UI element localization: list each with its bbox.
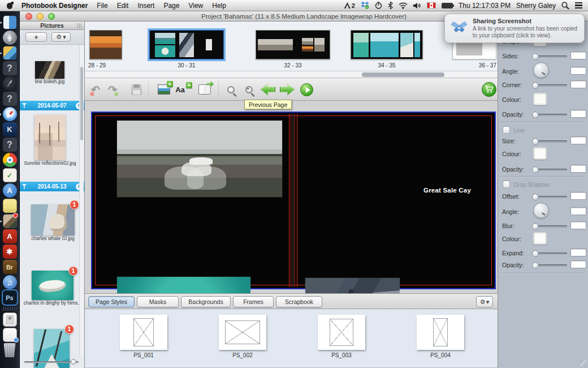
missing-app-dock-icon[interactable]: ? [3, 138, 17, 152]
picture-item[interactable]: 1 charles whale Gl.jpg [31, 204, 75, 236]
line-checkbox[interactable] [503, 126, 510, 134]
sides-field[interactable] [570, 52, 586, 59]
pictures-scrollbar[interactable] [79, 45, 84, 356]
blue-book-app-dock-icon[interactable]: K [3, 122, 17, 136]
wifi-icon[interactable] [399, 1, 408, 10]
menu-help[interactable]: Help [212, 2, 226, 10]
slider-knob[interactable] [532, 250, 539, 257]
sides-slider[interactable] [533, 55, 567, 58]
add-spread-button[interactable] [196, 78, 214, 101]
redo-button[interactable]: ↷ [105, 78, 120, 101]
slider-knob[interactable] [532, 262, 539, 269]
corner-field[interactable] [570, 80, 586, 88]
notification-body[interactable]: A link to your screenshot has been copie… [473, 25, 578, 40]
next-page-button[interactable] [278, 78, 296, 101]
shadow-colour-well[interactable] [533, 232, 547, 245]
adobe-reader-dock-icon[interactable]: ✱ [3, 245, 17, 259]
angle-dial[interactable] [533, 62, 549, 78]
photoshop-dock-icon[interactable]: Ps [3, 290, 17, 305]
design-canvas[interactable]: Great Sale Cay [85, 101, 498, 293]
timer-status-icon[interactable] [375, 1, 382, 10]
window-resize-grip[interactable] [580, 360, 587, 367]
itunes-dock-icon[interactable]: ♫ [3, 275, 17, 289]
line-size-field[interactable] [570, 136, 586, 144]
shadow-offset-slider[interactable] [533, 196, 567, 198]
menu-page[interactable]: Page [163, 2, 179, 10]
menu-insert[interactable]: Insert [137, 2, 154, 10]
tab-scrapbook[interactable]: Scrapbook [276, 296, 322, 307]
shadow-offset-field[interactable] [570, 192, 586, 200]
photo-boat-wake[interactable] [117, 121, 282, 197]
missing-app-dock-icon[interactable]: ? [3, 92, 17, 106]
add-pictures-button[interactable]: + [25, 32, 47, 42]
order-book-button[interactable] [479, 78, 499, 101]
zoom-out-button[interactable] [223, 78, 239, 101]
corner-slider[interactable] [533, 84, 567, 87]
date-group-header[interactable]: 2014-05-07 ✕ [20, 101, 84, 110]
line-opacity-slider[interactable] [533, 169, 567, 171]
tab-backgrounds[interactable]: Backgrounds [181, 296, 231, 307]
slider-knob[interactable] [532, 138, 539, 145]
shadow-expand-field[interactable] [570, 249, 586, 256]
slider-knob[interactable] [532, 112, 539, 118]
palette-options-button[interactable]: ⚙▾ [476, 296, 493, 307]
panel-grip-icon[interactable] [77, 23, 83, 28]
date-group-header[interactable]: 2014-05-13 ✕ [20, 182, 84, 191]
line-size-slider[interactable] [533, 140, 567, 143]
page-style-item[interactable] [417, 315, 464, 350]
slider-knob[interactable] [532, 194, 539, 200]
preview-button[interactable] [297, 78, 315, 101]
menu-file[interactable]: File [97, 2, 107, 10]
opacity-slider[interactable] [533, 114, 567, 116]
slider-knob[interactable] [532, 166, 539, 173]
filter-icon[interactable] [22, 103, 27, 108]
missing-app-dock-icon[interactable]: ? [3, 61, 17, 75]
checklist-app-dock-icon[interactable]: ✓ [3, 168, 17, 182]
acrobat-dock-icon[interactable]: A [3, 229, 17, 243]
spread-32-33[interactable] [256, 30, 330, 59]
dropbox-status-icon[interactable] [361, 1, 369, 10]
undo-button[interactable]: ↶ [88, 78, 103, 101]
previous-page-button[interactable] [259, 78, 277, 101]
slider-knob[interactable] [532, 82, 539, 89]
page-style-item[interactable] [318, 315, 365, 350]
trash-dock-icon[interactable] [3, 343, 17, 357]
app-switcher-icon[interactable]: 2 [344, 1, 355, 10]
shadow-opacity-slider[interactable] [533, 264, 567, 267]
slider-knob[interactable] [71, 359, 76, 365]
spread-30-31[interactable] [149, 30, 224, 59]
finder-dock-icon[interactable] [3, 15, 17, 29]
sharing-notification[interactable]: Sharing Screenshot A link to your screen… [444, 14, 585, 43]
gauge-app-dock-icon[interactable] [3, 76, 17, 91]
add-text-button[interactable]: Aa+ [175, 78, 193, 101]
picture-thumbnail-line-bokeh[interactable] [35, 61, 64, 79]
picture-item[interactable]: Sunrise reflectionsGl.jpg [34, 115, 66, 160]
pictures-options-button[interactable]: ⚙▾ [51, 32, 71, 42]
shadow-angle-dial[interactable] [533, 203, 549, 219]
menu-view[interactable]: View [188, 2, 203, 10]
notification-center-icon[interactable] [575, 2, 582, 8]
picture-item[interactable]: 1 charles in dinghy by hims... [32, 271, 74, 300]
page-style-item[interactable] [120, 315, 167, 350]
chrome-dock-icon[interactable] [3, 153, 17, 167]
spread-34-35[interactable] [351, 30, 423, 59]
stickies-dock-icon[interactable] [3, 199, 17, 213]
page-style-item[interactable] [219, 315, 266, 350]
tab-masks[interactable]: Masks [137, 296, 179, 307]
battery-icon[interactable] [442, 3, 453, 8]
spotlight-search-icon[interactable] [561, 1, 569, 10]
launchpad-dock-icon[interactable] [3, 31, 17, 45]
line-colour-well[interactable] [533, 147, 547, 160]
shadow-blur-field[interactable] [570, 221, 586, 229]
picture-thumbnail-charles-whale[interactable] [31, 204, 75, 236]
slider-knob[interactable] [532, 223, 539, 230]
zoom-in-button[interactable]: + [241, 78, 257, 101]
picture-item[interactable]: line bokeh.jpg [35, 61, 64, 79]
downloads-dock-icon[interactable] [3, 328, 17, 342]
slider-knob[interactable] [532, 53, 539, 60]
scrollbar-thumb[interactable] [80, 67, 83, 140]
canada-flag-icon[interactable] [427, 2, 436, 8]
page-caption[interactable]: Great Sale Cay [423, 187, 471, 194]
drop-shadow-checkbox[interactable] [503, 181, 510, 188]
shadow-blur-slider[interactable] [533, 225, 567, 228]
